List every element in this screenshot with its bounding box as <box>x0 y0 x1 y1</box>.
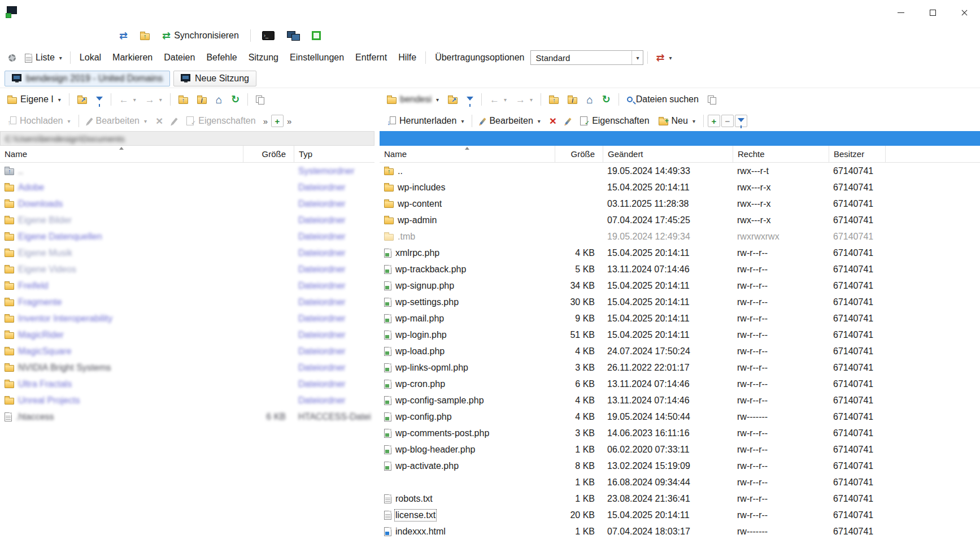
remote-file-row[interactable]: wp-config-sample.php 4 KB 13.11.2024 07:… <box>380 392 980 408</box>
synchronize-button[interactable]: ⇄ Synchronisieren <box>158 29 243 42</box>
local-file-row[interactable]: Eigene Bilder Dateiordner <box>0 212 374 228</box>
local-file-row[interactable]: Downloads Dateiordner <box>0 195 374 212</box>
remote-file-row[interactable]: ↑.. 19.05.2024 14:49:33 rwx---r-t 671407… <box>380 163 980 179</box>
local-forward-button[interactable]: →▾ <box>141 93 166 106</box>
local-header-size[interactable]: Größe <box>243 146 294 162</box>
local-file-row[interactable]: Unreal Projects Dateiordner <box>0 392 374 408</box>
local-file-row[interactable]: NVIDIA Bright Systems Dateiordner <box>0 359 374 376</box>
remote-filter-box-button[interactable] <box>735 115 747 127</box>
remote-file-row[interactable]: wp-admin 07.04.2024 17:45:25 rwx---r-x 6… <box>380 212 980 228</box>
remote-file-row[interactable]: wp-settings.php 30 KB 15.04.2025 20:14:1… <box>380 294 980 310</box>
local-file-row[interactable]: Freifeld Dateiordner <box>0 277 374 294</box>
local-edit-button[interactable]: Bearbeiten ▾ <box>83 114 151 128</box>
menu-markieren[interactable]: Markieren <box>107 50 158 65</box>
remote-delete-button[interactable]: × <box>546 114 560 128</box>
commander-sync-button[interactable]: ↑ <box>136 30 154 42</box>
transfer-preset-select[interactable]: Standard ▾ <box>530 50 643 65</box>
local-header-name[interactable]: Name <box>0 146 243 162</box>
local-root-directory-button[interactable]: / <box>193 94 211 106</box>
menu-lokal[interactable]: Lokal <box>75 50 106 65</box>
local-filter-button[interactable] <box>92 97 107 102</box>
remote-file-row[interactable]: wp-includes 15.04.2025 20:14:11 rwx---r-… <box>380 179 980 195</box>
remote-file-row[interactable]: wp-login.php 51 KB 15.04.2025 20:14:11 r… <box>380 327 980 343</box>
remote-root-directory-button[interactable]: / <box>564 94 581 106</box>
remote-copy-path-button[interactable] <box>704 94 720 105</box>
fullscreen-button[interactable] <box>308 29 325 42</box>
remote-header-size[interactable]: Größe <box>555 146 603 162</box>
remote-file-row[interactable]: .tmb 19.05.2024 12:49:34 rwxrwxrwx 67140… <box>380 228 980 245</box>
remote-remove-button[interactable]: − <box>721 115 734 127</box>
local-file-row[interactable]: .htaccess 6 KB HTACCESS-Datei <box>0 408 374 425</box>
remote-rename-button[interactable] <box>561 116 575 127</box>
local-directory-dropdown[interactable]: Eigene I ▾ <box>3 93 65 106</box>
local-open-directory-button[interactable]: ↗ <box>73 94 91 106</box>
open-in-putty-button[interactable] <box>283 29 303 42</box>
remote-back-button[interactable]: ←▾ <box>486 93 511 106</box>
local-path-bar[interactable]: C:\Users\bendesign\Documents <box>0 131 374 146</box>
remote-file-row[interactable]: wp-config.php 4 KB 19.05.2024 14:50:44 r… <box>380 408 980 425</box>
remote-file-row[interactable]: wp-comments-post.php 3 KB 14.06.2023 16:… <box>380 425 980 441</box>
remote-refresh-button[interactable]: ↻ <box>598 93 615 106</box>
menu-sitzung[interactable]: Sitzung <box>243 50 284 65</box>
local-file-row[interactable]: Fragmente Dateiordner <box>0 294 374 310</box>
local-home-directory-button[interactable]: ⌂ <box>212 93 226 107</box>
local-properties-button[interactable]: Eigenschaften <box>182 114 259 128</box>
remote-filter-button[interactable] <box>463 97 477 102</box>
remote-header-modified[interactable]: Geändert <box>603 146 733 162</box>
new-button[interactable]: + Neu ▾ <box>655 114 699 128</box>
remote-open-directory-button[interactable]: ↗ <box>444 94 461 106</box>
local-file-row[interactable]: Eigene Musik Dateiordner <box>0 245 374 261</box>
remote-file-row[interactable]: wp-trackback.php 5 KB 13.11.2024 07:14:4… <box>380 261 980 277</box>
local-file-row[interactable]: MagicRider Dateiordner <box>0 327 374 343</box>
local-back-button[interactable]: ←▾ <box>115 93 140 106</box>
local-copy-path-button[interactable] <box>252 94 268 105</box>
menu-dateien[interactable]: Dateien <box>159 50 200 65</box>
session-tab[interactable]: bendesign 2019 - United Domains <box>5 71 170 86</box>
remote-file-row[interactable]: robots.txt 1 KB 23.08.2024 21:36:41 rw-r… <box>380 490 980 507</box>
remote-header-owner[interactable]: Besitzer <box>829 146 885 162</box>
local-header-type[interactable]: Typ <box>294 146 374 162</box>
remote-file-row[interactable]: 1 KB 16.08.2024 09:34:44 rw-r--r-- 67140… <box>380 474 980 490</box>
remote-file-row[interactable]: wp-mail.php 9 KB 15.04.2025 20:14:11 rw-… <box>380 310 980 327</box>
find-files-button[interactable]: Dateien suchen <box>623 93 703 106</box>
close-button[interactable] <box>948 0 980 25</box>
local-file-row[interactable]: MagicSquare Dateiordner <box>0 343 374 359</box>
local-file-row[interactable]: Eigene Datenquellen Dateiordner <box>0 228 374 245</box>
local-file-row[interactable]: ↑.. Systemordner <box>0 163 374 179</box>
upload-button[interactable]: Hochladen ▾ <box>3 114 75 128</box>
local-rename-button[interactable] <box>168 116 181 127</box>
local-file-row[interactable]: Adobe Dateiordner <box>0 179 374 195</box>
remote-file-row[interactable]: wp-cron.php 6 KB 13.11.2024 07:14:46 rw-… <box>380 376 980 392</box>
remote-file-row[interactable]: indexxx.html 1 KB 07.04.2024 18:03:17 rw… <box>380 523 980 539</box>
menu-einstellungen[interactable]: Einstellungen <box>285 50 349 65</box>
remote-forward-button[interactable]: →▾ <box>512 93 537 106</box>
local-file-row[interactable]: Eigene Videos Dateiordner <box>0 261 374 277</box>
remote-edit-button[interactable]: Bearbeiten ▾ <box>476 114 544 128</box>
remote-file-row[interactable]: license.txt 20 KB 15.04.2025 20:14:11 rw… <box>380 507 980 523</box>
local-add-button[interactable]: + <box>271 115 284 127</box>
overflow-chevron-icon[interactable]: » <box>261 116 270 126</box>
remote-directory-dropdown[interactable]: bendesi ▾ <box>383 93 443 106</box>
open-console-button[interactable]: ›_ <box>258 29 278 42</box>
remote-file-row[interactable]: wp-load.php 4 KB 24.07.2024 17:50:24 rw-… <box>380 343 980 359</box>
synchronize-browsing-button[interactable]: ⇄ <box>115 29 132 42</box>
remote-properties-button[interactable]: Eigenschaften <box>576 114 653 128</box>
minimize-button[interactable] <box>885 0 917 25</box>
menu-hilfe[interactable]: Hilfe <box>393 50 421 65</box>
local-refresh-button[interactable]: ↻ <box>227 93 243 106</box>
remote-file-row[interactable]: wp-content 03.11.2025 11:28:38 rwx---r-x… <box>380 195 980 212</box>
download-button[interactable]: Herunterladen ▾ <box>383 114 468 128</box>
remote-file-row[interactable]: wp-blog-header.php 1 KB 06.02.2020 07:33… <box>380 441 980 458</box>
local-parent-directory-button[interactable]: ↑ <box>175 94 192 106</box>
preferences-button[interactable] <box>5 53 20 63</box>
menu-entfernt[interactable]: Entfernt <box>350 50 392 65</box>
remote-home-directory-button[interactable]: ⌂ <box>582 93 596 107</box>
transfer-settings-dropdown[interactable]: ⇄ ▾ <box>652 51 676 64</box>
local-file-row[interactable]: Inventor Interoperability Dateiordner <box>0 310 374 327</box>
remote-path-bar[interactable] <box>380 131 980 146</box>
maximize-button[interactable] <box>917 0 948 25</box>
chevron-down-icon[interactable]: ▾ <box>631 51 643 64</box>
new-session-tab[interactable]: Neue Sitzung <box>173 71 256 86</box>
overflow-chevron-icon[interactable]: » <box>285 116 294 126</box>
remote-parent-directory-button[interactable]: ↑ <box>545 94 563 106</box>
